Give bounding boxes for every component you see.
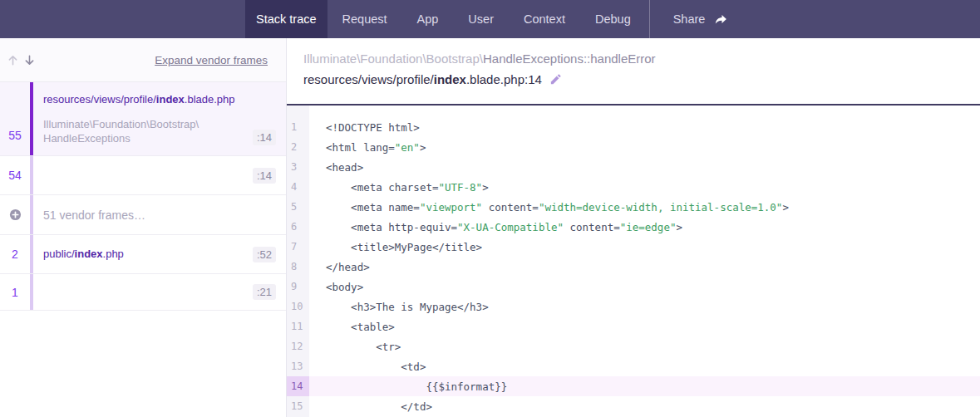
code-token: <html lang= xyxy=(326,141,395,154)
vendor-frames-label: 51 vendor frames… xyxy=(33,195,286,234)
code-token: > xyxy=(482,181,489,194)
breadcrumb: Illuminate\Foundation\Bootstrap\HandleEx… xyxy=(303,52,980,66)
frame-file-bold: index xyxy=(75,248,103,260)
code-token: <tr> xyxy=(326,341,401,353)
code-cell xyxy=(309,105,980,117)
line-number: 2 xyxy=(287,137,309,157)
code-line-9: 9<body> xyxy=(287,277,980,297)
stack-frame-54[interactable]: 54:14 xyxy=(0,156,286,195)
line-number: 13 xyxy=(287,356,309,376)
code-line-11: 11 <table> xyxy=(287,316,980,336)
code-line-15: 15 </td> xyxy=(287,396,980,416)
code-text: <table> xyxy=(309,316,980,336)
line-number: 5 xyxy=(287,197,309,217)
frame-class: Illuminate\Foundation\Bootstrap\HandleEx… xyxy=(43,117,253,145)
top-nav: Stack traceRequestAppUserContextDebug Sh… xyxy=(0,0,980,38)
code-token: <td> xyxy=(326,361,426,373)
share-button[interactable]: Share xyxy=(649,0,746,38)
main-panel: Illuminate\Foundation\Bootstrap\HandleEx… xyxy=(287,38,980,417)
frame-number: 55 xyxy=(0,82,30,155)
line-number-badge: :14 xyxy=(253,130,276,145)
arrow-up-icon[interactable] xyxy=(7,54,19,66)
string-token: "viewport" xyxy=(420,201,482,213)
code-token: <!DOCTYPE html> xyxy=(326,121,420,134)
code-text: </head> xyxy=(309,257,980,277)
file-path: resources/views/profile/index.blade.php:… xyxy=(303,72,980,86)
code-line-10: 10 <h3>The is Mypage</h3> xyxy=(287,297,980,316)
sidebar-header: Expand vendor frames xyxy=(0,38,286,82)
stack-frame-55[interactable]: 55resources/views/profile/index.blade.ph… xyxy=(0,82,286,156)
tab-stack-trace[interactable]: Stack trace xyxy=(245,0,327,38)
tab-debug[interactable]: Debug xyxy=(580,0,646,38)
code-line-4: 4 <meta charset="UTF-8"> xyxy=(287,177,980,197)
code-line-1: 1<!DOCTYPE html> xyxy=(287,117,980,137)
code-token: <meta charset= xyxy=(326,181,438,194)
nav-tabs: Stack traceRequestAppUserContextDebug xyxy=(245,0,646,38)
code-line-6: 6 <meta http-equiv="X-UA-Compatible" con… xyxy=(287,217,980,237)
code-token: content= xyxy=(564,221,620,233)
plus-circle-icon xyxy=(0,195,30,234)
frame-meta: Illuminate\Foundation\Bootstrap\HandleEx… xyxy=(43,117,276,145)
file-path-suffix: .blade.php:14 xyxy=(466,72,542,86)
code-text: <html lang="en"> xyxy=(309,137,980,157)
line-number-badge: :21 xyxy=(253,284,276,300)
code-line-12: 12 <tr> xyxy=(287,336,980,356)
code-text: {{$informat}} xyxy=(309,376,980,396)
code-token: > xyxy=(782,201,789,213)
code-text: <!DOCTYPE html> xyxy=(309,117,980,137)
frame-file-path: resources/views/profile/index.blade.php xyxy=(43,93,276,106)
code-text: <meta charset="UTF-8"> xyxy=(309,177,980,197)
string-token: "UTF-8" xyxy=(438,181,482,194)
code-line-2: 2<html lang="en"> xyxy=(287,137,980,157)
frame-file-suffix: .blade.php xyxy=(185,93,235,105)
stack-frame-2[interactable]: 2public/index.php:52 xyxy=(0,235,286,274)
frame-file-path: public/index.php xyxy=(43,248,124,261)
frame-meta: :14 xyxy=(43,168,276,184)
line-number: 9 xyxy=(287,277,309,297)
code-token: content= xyxy=(482,201,539,213)
frame-file-prefix: public/ xyxy=(43,248,75,260)
code-text: <body> xyxy=(309,277,980,297)
code-token: <body> xyxy=(326,281,363,293)
vendor-frames-row[interactable]: 51 vendor frames… xyxy=(0,195,286,235)
tab-user[interactable]: User xyxy=(453,0,509,38)
stack-frames-sidebar: Expand vendor frames 55resources/views/p… xyxy=(0,38,287,417)
frame-class-line2: HandleExceptions xyxy=(43,131,253,145)
file-path-prefix: resources/views/profile/ xyxy=(303,72,434,86)
expand-vendor-frames-link[interactable]: Expand vendor frames xyxy=(155,54,268,66)
code-text: <head> xyxy=(309,157,980,177)
code-token: <meta http-equiv= xyxy=(326,221,457,233)
line-number: 7 xyxy=(287,237,309,257)
code-token: <title>MyPage</title> xyxy=(326,241,482,253)
line-number: 14 xyxy=(287,376,309,396)
forward-arrow-icon xyxy=(714,12,728,27)
frame-file-prefix: resources/views/profile/ xyxy=(43,93,156,105)
line-number-badge: :52 xyxy=(253,247,276,262)
line-number: 4 xyxy=(287,177,309,197)
frame-content: :14 xyxy=(33,156,286,194)
code-line-7: 7 <title>MyPage</title> xyxy=(287,237,980,257)
frame-file-bold: index xyxy=(156,93,185,105)
pencil-icon[interactable] xyxy=(549,73,562,86)
line-number-badge: :14 xyxy=(253,168,276,184)
frame-number: 54 xyxy=(0,156,30,194)
frame-content: resources/views/profile/index.blade.phpI… xyxy=(33,82,286,155)
stack-frame-1[interactable]: 1:21 xyxy=(0,274,286,311)
code-line-5: 5 <meta name="viewport" content="width=d… xyxy=(287,197,980,217)
frame-content: :21 xyxy=(33,274,286,310)
code-text: <meta name="viewport" content="width=dev… xyxy=(309,197,980,217)
tab-context[interactable]: Context xyxy=(509,0,580,38)
line-number: 12 xyxy=(287,336,309,356)
arrow-down-icon[interactable] xyxy=(23,54,36,66)
tab-request[interactable]: Request xyxy=(327,0,402,38)
code-token: <head> xyxy=(326,161,363,174)
tab-app[interactable]: App xyxy=(402,0,454,38)
code-text: <meta http-equiv="X-UA-Compatible" conte… xyxy=(309,217,980,237)
line-number: 10 xyxy=(287,297,309,316)
code-line-8: 8</head> xyxy=(287,257,980,277)
code-top-padding xyxy=(287,105,980,117)
frames-list: 55resources/views/profile/index.blade.ph… xyxy=(0,82,286,311)
line-number: 3 xyxy=(287,157,309,177)
string-token: "width=device-width, initial-scale=1.0" xyxy=(539,201,783,213)
file-path-bold: index xyxy=(434,72,466,86)
